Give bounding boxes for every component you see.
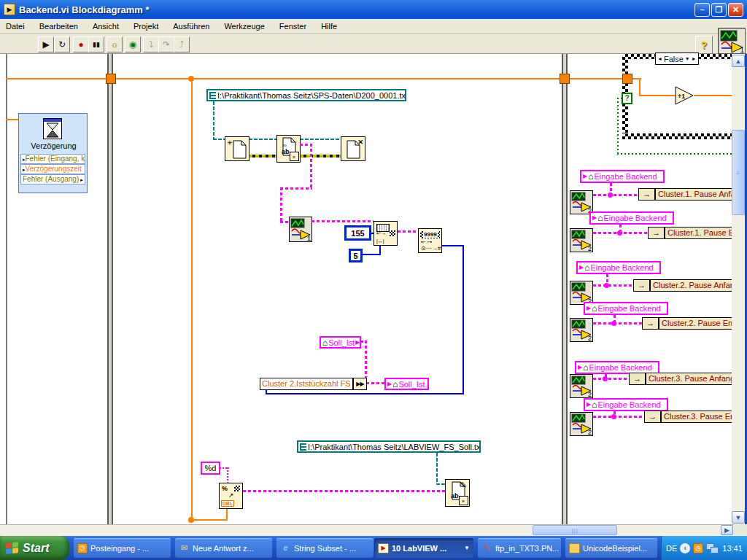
group-dropdown-arrow[interactable]: ▼ (464, 545, 470, 551)
tunnel-orange[interactable] (560, 74, 570, 84)
language-indicator[interactable]: DE (666, 544, 677, 553)
wire-path (213, 101, 214, 140)
scroll-down-button[interactable]: ▼ (732, 511, 745, 524)
unbundle-arrow[interactable]: → (642, 317, 659, 330)
menu-bearbeiten[interactable]: Bearbeiten (39, 22, 78, 31)
global-variable-soll-ist-write[interactable]: ▶ ⌂ Soll_Ist (384, 378, 429, 390)
unbundle-arrow[interactable]: → (644, 411, 661, 423)
taskbar-item-neue-antwort[interactable]: ✉ Neue Antwort z... (175, 538, 272, 558)
step-out-button[interactable]: ⤴ (174, 36, 190, 52)
string-constant-format[interactable]: %d (201, 462, 220, 475)
numeric-constant-length[interactable]: 5 (349, 249, 363, 262)
wire-path (436, 453, 438, 485)
local-variable-graph-2[interactable]: 2 (570, 374, 593, 398)
local-variable-graph-2[interactable]: 2 (570, 228, 593, 252)
pause-button[interactable]: ▮▮ (88, 36, 104, 52)
case-dropdown-arrow[interactable]: ▼ (685, 56, 690, 61)
scroll-right-button[interactable]: ▶ (721, 525, 733, 535)
bundle-by-name-node[interactable]: ▶▶ (353, 378, 367, 390)
global-variable-soll-ist-read[interactable]: ⌂ Soll_Ist ▶ (320, 336, 361, 349)
case-prev-arrow[interactable]: ◄ (657, 56, 662, 61)
case-selector-label[interactable]: ◄ False ▼ ► (655, 52, 699, 65)
context-help-button[interactable]: ? (695, 36, 713, 54)
tray-chevron-icon[interactable]: ‹ (680, 543, 690, 553)
path-constant-soll[interactable]: I:\Praktikant\Thomas Seitz\LABVIEW_FS_So… (297, 440, 481, 453)
arrow-glyph: ▪⌐→ (376, 230, 387, 236)
bundle-element-label[interactable]: Cluster 2.Iststückzahl FS (260, 378, 353, 390)
taskbar-item-string-subset[interactable]: e String Subset - ... (276, 538, 374, 558)
wire-orange-delay-stub (6, 119, 18, 120)
case-next-arrow[interactable]: ► (692, 56, 697, 61)
local-variable-graph-2[interactable]: 2 (570, 412, 593, 436)
unbundle-arrow[interactable]: → (638, 188, 655, 201)
menu-werkzeuge[interactable]: Werkzeuge (224, 22, 264, 31)
increment-node[interactable]: +1 (675, 86, 694, 105)
step-over-button[interactable]: ↷ (158, 36, 174, 52)
global-variable-eingabe-backend[interactable]: ▶⌂Eingabe Backend (589, 211, 674, 225)
close-file-node[interactable]: ✕ (341, 136, 365, 161)
global-variable-eingabe-backend[interactable]: ▶⌂Eingabe Backend (584, 302, 668, 315)
minimize-button[interactable]: – (694, 3, 710, 17)
highlight-execution-button[interactable]: ☼ (107, 36, 123, 52)
taskbar-item-labview-group[interactable]: ▶ 10 LabVIEW ... ▼ (374, 538, 473, 558)
write-text-file-node[interactable]: ✎ ab ▸ (445, 479, 470, 507)
wire-orange-increment-out (694, 95, 732, 96)
global-variable-eingabe-backend[interactable]: ▶⌂Eingabe Backend (584, 398, 668, 411)
vi-icon[interactable]: 1 (718, 28, 746, 54)
delay-error-in-terminal[interactable]: ▸Fehler (Eingang, k (20, 154, 85, 164)
delay-express-vi[interactable]: Verzögerung ▸Fehler (Eingang, k ▸Verzöge… (18, 113, 88, 193)
labview-block-diagram-window: ▶ Backend.vi Blockdiagramm * – ❐ ✕ Datei… (0, 0, 747, 560)
percent-glyph: % (222, 485, 228, 492)
run-button[interactable]: ▶ (38, 36, 54, 52)
case-selector-tunnel[interactable]: ? (622, 93, 632, 104)
retain-wire-values-button[interactable]: ◉ (125, 36, 141, 52)
restore-button[interactable]: ❐ (711, 3, 727, 17)
path-constant-text: I:\Praktikant\Thomas Seitz\LABVIEW_FS_So… (308, 443, 481, 451)
path-constant-sps[interactable]: I:\Praktikant\Thomas Seitz\SPS-Daten\D20… (206, 89, 406, 101)
abort-button[interactable]: ● (73, 36, 89, 52)
wire-cluster (365, 341, 367, 379)
network-icon[interactable] (706, 543, 718, 553)
taskbar-item-posteingang[interactable]: ◷ Posteingang - ... (74, 538, 171, 558)
taskbar-item-unicodebeispiel[interactable]: UnicodeBeispiel... (565, 538, 657, 558)
vertical-scroll-thumb[interactable]: ≡ (732, 130, 745, 215)
run-continuous-button[interactable]: ↻ (54, 36, 70, 52)
horizontal-scroll-thumb[interactable]: ||| (533, 525, 617, 535)
read-text-file-node[interactable]: ∞ ab ▸ (276, 135, 301, 163)
local-variable-graph-1[interactable]: 1 (289, 217, 312, 242)
notes-clock-icon: ◷ (77, 543, 88, 553)
menu-ansicht[interactable]: Ansicht (93, 22, 119, 31)
menu-hilfe[interactable]: Hilfe (321, 22, 337, 31)
global-variable-eingabe-backend[interactable]: ▶⌂Eingabe Backend (580, 170, 665, 183)
local-variable-graph-2[interactable]: 2 (570, 318, 593, 342)
wire-cluster (593, 416, 644, 418)
taskbar-item-ftp-in-txt3[interactable]: ✎ ftp_in_TXT3.PN... (478, 538, 561, 558)
tunnel-orange[interactable] (106, 74, 116, 84)
start-button[interactable]: Start (0, 536, 69, 560)
menu-projekt[interactable]: Projekt (133, 22, 158, 31)
close-button[interactable]: ✕ (728, 3, 743, 17)
menu-ausfuehren[interactable]: Ausführen (173, 22, 209, 31)
delay-error-out-terminal[interactable]: Fehler (Ausgang) ▸ (20, 174, 85, 184)
unbundle-arrow[interactable]: → (633, 279, 650, 292)
string-subset-node[interactable]: ▪⌐→ |↔| (374, 221, 398, 246)
format-into-string-node[interactable]: % ↗ DBL (219, 483, 243, 509)
decimal-string-to-number-node[interactable]: 9999 ▪⌐ ⌐▪ ⊙⋯→# (418, 228, 442, 253)
tunnel-orange-case[interactable] (622, 74, 632, 84)
step-into-button[interactable]: ⤵ (143, 36, 159, 52)
unbundle-arrow[interactable]: → (648, 227, 665, 239)
numeric-constant-offset[interactable]: 155 (344, 225, 371, 241)
menu-datei[interactable]: Datei (6, 22, 25, 31)
ab-label: ab (451, 492, 459, 499)
scroll-up-button[interactable]: ▲ (732, 55, 745, 67)
vertical-scrollbar[interactable] (732, 55, 745, 524)
delay-time-terminal[interactable]: ▸Verzögerungszeit (20, 164, 85, 174)
wire-cluster (593, 284, 633, 287)
tray-clock-icon[interactable]: ◷ (693, 543, 703, 553)
global-variable-eingabe-backend[interactable]: ▶⌂Eingabe Backend (576, 261, 661, 274)
clock-time: 13:41 (722, 544, 743, 553)
open-file-node[interactable]: ✳ (225, 136, 249, 161)
menu-fenster[interactable]: Fenster (279, 22, 306, 31)
horizontal-scrollbar[interactable] (0, 524, 734, 536)
unbundle-arrow[interactable]: → (629, 373, 646, 385)
